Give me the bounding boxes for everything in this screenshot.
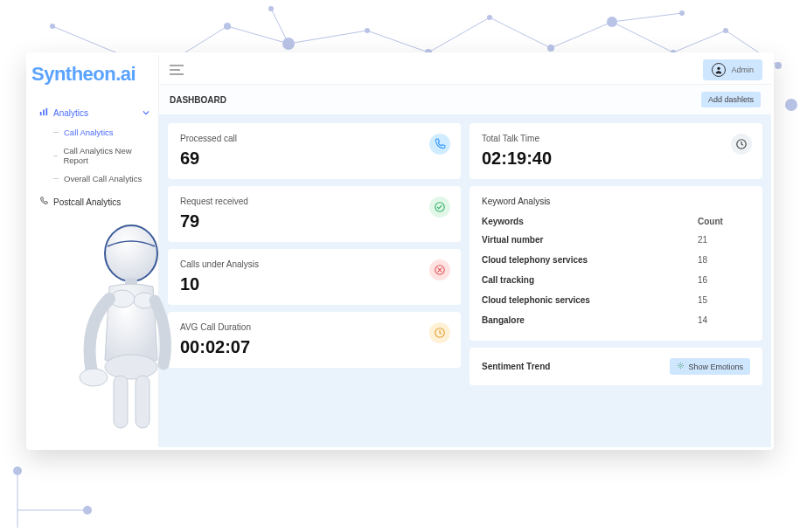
card-title: Processed call bbox=[180, 134, 449, 143]
card-value: 02:19:40 bbox=[482, 149, 750, 169]
chevron-down-icon bbox=[143, 108, 150, 118]
card-value: 10 bbox=[180, 274, 449, 294]
user-label: Admin bbox=[731, 66, 754, 74]
svg-point-26 bbox=[775, 62, 782, 69]
table-col-count: Count bbox=[698, 217, 750, 226]
svg-point-21 bbox=[547, 45, 554, 52]
sidebar-item-overall-call-analytics[interactable]: Overall Call Analytics bbox=[29, 169, 158, 188]
svg-rect-33 bbox=[43, 110, 45, 116]
card-title: Request received bbox=[180, 197, 449, 206]
svg-point-25 bbox=[723, 28, 728, 33]
svg-line-12 bbox=[612, 13, 682, 22]
card-title: AVG Call Duration bbox=[180, 322, 449, 332]
count-cell: 21 bbox=[698, 235, 750, 245]
sidebar: Analytics Call Analytics Call Analytics … bbox=[29, 55, 158, 447]
title-bar: DASHBOARD Add dashlets bbox=[159, 85, 771, 114]
card-request-received: Request received 79 bbox=[168, 186, 461, 242]
svg-line-2 bbox=[227, 26, 289, 44]
gear-icon bbox=[677, 362, 685, 371]
count-cell: 16 bbox=[698, 275, 750, 285]
sidebar-item-label: Postcall Analytics bbox=[53, 197, 121, 207]
card-title: Total Talk Time bbox=[482, 134, 750, 143]
svg-line-5 bbox=[367, 31, 428, 52]
count-cell: 18 bbox=[698, 255, 750, 265]
keyword-cell: Call tracking bbox=[482, 275, 698, 285]
page-title: DASHBOARD bbox=[170, 95, 226, 105]
dashboard-content: Processed call 69 Request received 79 Ca… bbox=[159, 114, 771, 447]
svg-point-31 bbox=[83, 506, 92, 515]
sidebar-item-call-analytics-new-report[interactable]: Call Analytics New Report bbox=[29, 142, 158, 169]
decorative-bottom-left bbox=[0, 445, 175, 532]
app-window: Analytics Call Analytics Call Analytics … bbox=[26, 52, 774, 450]
card-processed-call: Processed call 69 bbox=[168, 123, 461, 179]
sidebar-item-call-analytics[interactable]: Call Analytics bbox=[29, 123, 158, 142]
svg-line-4 bbox=[289, 31, 367, 44]
dash-icon bbox=[53, 132, 59, 133]
svg-point-43 bbox=[680, 364, 682, 366]
table-row: Bangalore 14 bbox=[482, 310, 750, 330]
clock-icon bbox=[429, 322, 450, 343]
sidebar-item-postcall-analytics[interactable]: Postcall Analytics bbox=[29, 191, 158, 212]
svg-point-17 bbox=[268, 6, 274, 11]
phone-icon bbox=[39, 197, 48, 207]
count-cell: 15 bbox=[698, 295, 750, 305]
table-row: Cloud telephonic services 15 bbox=[482, 290, 750, 310]
top-bar: Admin bbox=[159, 55, 771, 85]
button-label: Show Emotions bbox=[688, 363, 743, 371]
user-menu[interactable]: Admin bbox=[703, 59, 762, 80]
card-title: Sentiment Trend bbox=[482, 362, 550, 371]
sidebar-item-label: Overall Call Analytics bbox=[64, 174, 142, 183]
sidebar-item-analytics[interactable]: Analytics bbox=[29, 102, 158, 123]
svg-line-8 bbox=[551, 22, 612, 48]
keyword-cell: Cloud telephony services bbox=[482, 255, 698, 265]
card-avg-call-duration: AVG Call Duration 00:02:07 bbox=[168, 312, 461, 368]
svg-point-27 bbox=[785, 99, 797, 111]
sidebar-item-label: Call Analytics New Report bbox=[63, 146, 150, 165]
sidebar-item-label: Analytics bbox=[53, 108, 88, 118]
svg-line-9 bbox=[612, 22, 673, 52]
svg-line-3 bbox=[271, 9, 289, 44]
table-row: Cloud telephony services 18 bbox=[482, 250, 750, 270]
card-total-talk-time: Total Talk Time 02:19:40 bbox=[470, 123, 762, 179]
svg-line-6 bbox=[428, 17, 490, 52]
table-head: Keywords Count bbox=[482, 213, 750, 230]
keyword-table: Keywords Count Virtual number 21 Cloud t… bbox=[482, 213, 750, 330]
menu-toggle-button[interactable] bbox=[170, 65, 184, 75]
main-column: Admin DASHBOARD Add dashlets Processed c… bbox=[158, 55, 771, 447]
svg-point-13 bbox=[50, 24, 55, 29]
dash-icon bbox=[53, 178, 59, 179]
svg-point-20 bbox=[487, 15, 492, 20]
svg-line-7 bbox=[490, 17, 551, 48]
show-emotions-button[interactable]: Show Emotions bbox=[670, 358, 750, 375]
card-calls-under-analysis: Calls under Analysis 10 bbox=[168, 249, 461, 305]
card-title: Keyword Analysis bbox=[482, 197, 750, 206]
dash-icon bbox=[53, 155, 58, 156]
bar-chart-icon bbox=[39, 107, 48, 118]
svg-point-22 bbox=[607, 17, 617, 27]
svg-rect-34 bbox=[46, 108, 48, 115]
card-title: Calls under Analysis bbox=[180, 259, 449, 269]
table-row: Virtual number 21 bbox=[482, 230, 750, 250]
keyword-cell: Virtual number bbox=[482, 235, 698, 245]
brand-logo: Syntheon.ai bbox=[31, 63, 136, 86]
svg-point-30 bbox=[13, 466, 22, 475]
card-sentiment-trend: Sentiment Trend Show Emotions bbox=[470, 348, 762, 385]
svg-rect-32 bbox=[40, 112, 42, 115]
check-circle-icon bbox=[429, 197, 450, 218]
keyword-cell: Bangalore bbox=[482, 315, 698, 325]
clock-icon bbox=[731, 134, 752, 155]
avatar-icon bbox=[712, 63, 726, 77]
sidebar-item-label: Call Analytics bbox=[64, 128, 114, 137]
x-circle-icon bbox=[429, 259, 450, 280]
count-cell: 14 bbox=[698, 315, 750, 325]
card-value: 00:02:07 bbox=[180, 337, 449, 357]
svg-point-24 bbox=[679, 10, 685, 16]
svg-point-38 bbox=[718, 66, 720, 69]
card-keyword-analysis: Keyword Analysis Keywords Count Virtual … bbox=[470, 186, 762, 341]
table-col-keywords: Keywords bbox=[482, 217, 698, 226]
table-row: Call tracking 16 bbox=[482, 270, 750, 290]
svg-point-16 bbox=[282, 38, 295, 50]
add-dashlets-button[interactable]: Add dashlets bbox=[701, 92, 761, 107]
phone-icon bbox=[429, 134, 450, 155]
left-column: Processed call 69 Request received 79 Ca… bbox=[168, 123, 461, 439]
